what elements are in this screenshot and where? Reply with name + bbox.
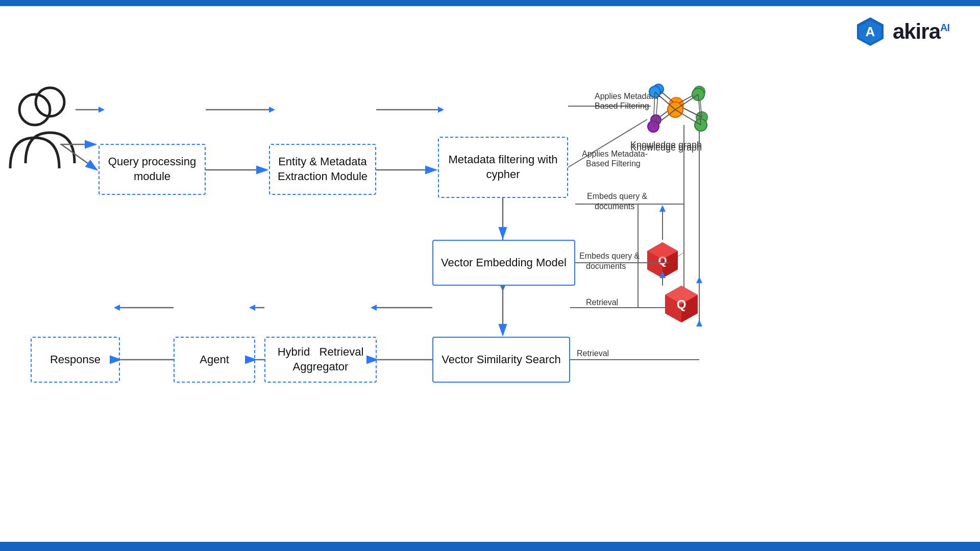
query-processing-box: Query processing module [99, 144, 206, 195]
knowledge-graph-visual [651, 84, 707, 125]
svg-marker-5 [99, 107, 105, 113]
svg-text:Based Filtering: Based Filtering [586, 159, 641, 168]
svg-line-90 [698, 94, 701, 125]
response-box: Response [31, 337, 120, 383]
bottom-bar [0, 542, 980, 551]
person-icon [26, 88, 75, 163]
svg-point-61 [19, 94, 50, 125]
svg-line-40 [699, 92, 702, 117]
svg-marker-75 [696, 320, 702, 327]
logo-area: A akiraAI [854, 15, 949, 48]
svg-marker-53 [647, 242, 678, 259]
svg-line-41 [656, 89, 658, 120]
svg-marker-21 [660, 253, 667, 260]
svg-marker-95 [681, 295, 698, 322]
svg-line-88 [655, 92, 675, 110]
metadata-filtering-box: Metadata filtering withcypher [438, 137, 568, 198]
svg-line-62 [61, 144, 97, 170]
entity-metadata-box: Entity & MetadataExtraction Module [269, 144, 376, 195]
svg-text:Applies Metadata-: Applies Metadata- [595, 92, 660, 101]
svg-marker-26 [371, 305, 377, 311]
svg-text:Q: Q [658, 254, 667, 267]
svg-point-33 [696, 112, 707, 123]
svg-marker-51 [647, 251, 663, 278]
svg-marker-55 [659, 205, 666, 212]
svg-text:Knowledge graph: Knowledge graph [630, 142, 702, 153]
svg-point-32 [694, 86, 705, 97]
svg-line-91 [653, 92, 655, 127]
logo-icon: A [854, 15, 887, 48]
svg-point-82 [692, 88, 704, 101]
svg-text:Q: Q [677, 297, 687, 311]
svg-point-81 [668, 102, 683, 117]
svg-line-16 [664, 253, 684, 265]
vector-similarity-box: Vector Similarity Search [432, 337, 570, 383]
svg-line-38 [658, 89, 676, 105]
svg-marker-7 [269, 107, 275, 113]
svg-text:Knowledge graph: Knowledge graph [630, 140, 702, 150]
svg-text:Applies Metadata-: Applies Metadata- [582, 149, 648, 158]
svg-point-83 [695, 119, 707, 131]
svg-marker-9 [438, 107, 444, 113]
svg-marker-93 [665, 286, 698, 322]
svg-marker-48 [647, 242, 678, 278]
logo-text: akiraAI [893, 19, 949, 44]
svg-line-37 [676, 105, 702, 117]
svg-marker-50 [663, 251, 678, 278]
svg-text:A: A [866, 24, 875, 39]
vector-embedding-box: Vector Embedding Model [432, 240, 575, 286]
svg-text:documents: documents [595, 202, 634, 211]
svg-line-36 [676, 92, 699, 105]
svg-line-65 [568, 119, 647, 167]
svg-point-3 [36, 88, 64, 116]
svg-point-85 [648, 121, 659, 132]
svg-point-34 [653, 84, 664, 94]
svg-marker-49 [647, 242, 678, 259]
hybrid-retrieval-box: Hybrid RetrievalAggregator [264, 337, 377, 383]
svg-text:Based Filtering: Based Filtering [595, 102, 649, 110]
svg-text:Retrieval: Retrieval [586, 298, 618, 307]
svg-marker-94 [665, 286, 698, 304]
svg-line-86 [675, 94, 698, 110]
svg-marker-57 [659, 271, 666, 278]
svg-line-39 [656, 105, 676, 120]
svg-point-31 [669, 97, 683, 112]
agent-box: Agent [174, 337, 255, 383]
svg-marker-74 [696, 277, 702, 283]
svg-line-87 [675, 110, 701, 125]
svg-text:Retrieval: Retrieval [577, 349, 609, 358]
svg-marker-96 [665, 295, 681, 322]
qdrant-icon: Q [647, 242, 678, 278]
svg-point-84 [649, 86, 660, 97]
svg-text:Embeds query  &: Embeds query & [587, 192, 648, 201]
svg-text:Embeds query &: Embeds query & [579, 252, 640, 260]
svg-line-89 [653, 110, 675, 127]
svg-point-35 [651, 115, 661, 125]
top-bar [0, 0, 980, 6]
svg-text:documents: documents [586, 262, 626, 270]
svg-marker-28 [249, 305, 255, 311]
svg-marker-30 [114, 305, 120, 311]
